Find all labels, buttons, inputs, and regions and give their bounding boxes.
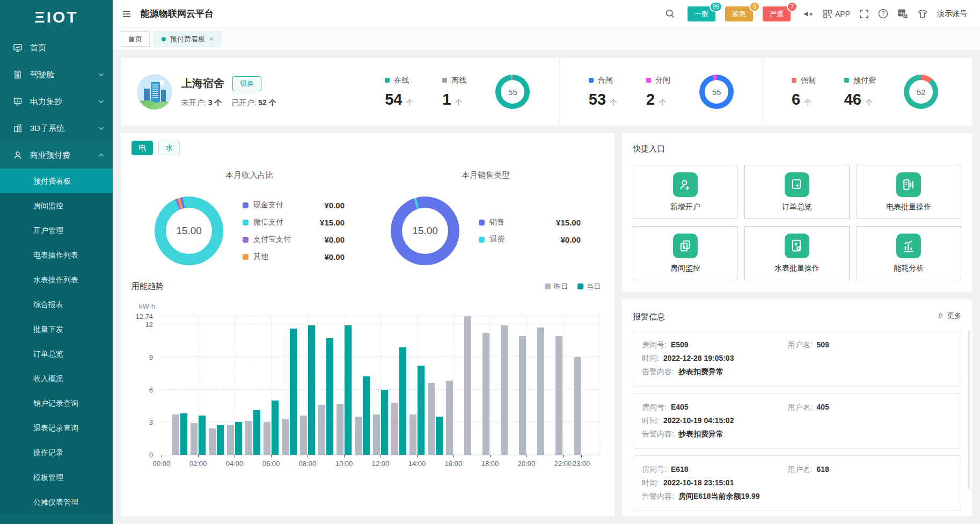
sidebar-subitem-预付费看板[interactable]: 预付费看板 [0, 169, 113, 193]
sidebar-subitem-操作记录[interactable]: 操作记录 [0, 440, 113, 465]
energy-type-tabs: 电 水 [131, 141, 604, 155]
fullscreen-icon[interactable] [859, 9, 869, 19]
account-name[interactable]: 演示账号 [937, 9, 967, 19]
status-item-在线: 在线54 个 [385, 76, 413, 108]
sidebar-item-首页[interactable]: 首页 [0, 34, 113, 61]
main-column: 能源物联网云平台 一般99紧急0严重7 APP ? [113, 0, 980, 524]
sales-pie-legend: 销售¥15.00退费¥0.00 [479, 217, 581, 244]
sidebar-subitem-退表记录查询[interactable]: 退表记录查询 [0, 416, 113, 440]
alarm-more-link[interactable]: 更多 [937, 311, 961, 321]
quick-entry-水表批量操作[interactable]: 水表批量操作 [744, 226, 849, 280]
alarm-user-value: 618 [817, 465, 829, 475]
sidebar-subitem-收入概况[interactable]: 收入概况 [0, 366, 113, 391]
bar-group-6 [263, 316, 279, 455]
quick-entry-房间监控[interactable]: 房间监控 [633, 226, 737, 280]
trend-legend-当日[interactable]: 当日 [577, 282, 601, 292]
alarm-item-2[interactable]: 房间号:E405用户名:405时间:2022-10-19 04:15:02告警内… [633, 393, 961, 449]
trend-legend-昨日[interactable]: 昨日 [545, 282, 568, 292]
app-download[interactable]: APP [823, 9, 850, 19]
alarm-item-3[interactable]: 房间号:E618用户名:618时间:2022-10-18 23:15:01告警内… [633, 455, 961, 511]
tab-electricity[interactable]: 电 [131, 141, 153, 155]
sidebar-subitem-模板管理[interactable]: 模板管理 [0, 465, 113, 490]
sidebar-subitem-综合报表[interactable]: 综合报表 [0, 292, 113, 317]
sidebar-item-3D子系统[interactable]: 3D子系统 [0, 115, 113, 142]
translate-icon[interactable]: 中A [897, 9, 908, 19]
cockpit-icon [13, 69, 24, 80]
alarm-row: 告警内容:抄表扣费异常 [642, 367, 952, 377]
sidebar-nav: 首页驾驶舱电力集抄3D子系统商业预付费预付费看板房间监控开户管理电表操作列表水表… [0, 34, 113, 514]
menu-collapse-icon[interactable] [121, 9, 132, 19]
sidebar-item-商业预付费[interactable]: 商业预付费 [0, 142, 113, 169]
quick-entry-新增开户[interactable]: 新增开户 [633, 165, 737, 219]
help-icon[interactable]: ? [878, 9, 888, 19]
bar-昨日 [574, 357, 581, 455]
status-dot-icon [385, 78, 390, 83]
bar-当日 [308, 325, 315, 455]
alert-badge-紧急[interactable]: 紧急0 [725, 6, 753, 21]
theme-shirt-icon[interactable] [917, 9, 928, 19]
sidebar-subitem-公摊仪表管理[interactable]: 公摊仪表管理 [0, 490, 113, 514]
quick-entry-label: 水表批量操作 [774, 264, 820, 273]
status-unit: 个 [608, 98, 617, 106]
sales-pie-chart: 15.00 [391, 196, 459, 265]
income-pie-legend: 现金支付¥0.00微信支付¥15.00支付宝支付¥0.00其他¥0.00 [243, 200, 345, 261]
bar-当日 [326, 338, 333, 455]
alarm-row: 时间:2022-10-18 23:15:01 [642, 478, 952, 488]
account-count-label: 未开户: [181, 98, 208, 107]
alert-badge-严重[interactable]: 严重7 [763, 6, 791, 21]
bar-group-23 [573, 316, 589, 455]
close-tab-icon[interactable]: × [209, 35, 214, 43]
account-count-value: 3 个 [208, 98, 222, 107]
sidebar-subitem-水表操作列表[interactable]: 水表操作列表 [0, 267, 113, 292]
alarm-row: 房间号:E509用户名:509 [642, 340, 952, 350]
sidebar-subitem-批量下发[interactable]: 批量下发 [0, 317, 113, 341]
x-axis-tick: 14:00 [408, 460, 426, 468]
status-label-text: 离线 [451, 76, 466, 85]
status-item-合闸: 合闸53 个 [589, 76, 617, 108]
status-dot-icon [646, 78, 651, 83]
alert-badge-一般[interactable]: 一般99 [688, 6, 715, 21]
quick-entry-电表批量操作[interactable]: 电表批量操作 [857, 165, 961, 219]
bar-group-21 [537, 316, 553, 455]
sidebar-subitem-电表操作列表[interactable]: 电表操作列表 [0, 243, 113, 267]
status-value: 6 个 [792, 91, 816, 108]
mute-icon[interactable] [803, 9, 814, 19]
sidebar-item-电力集抄[interactable]: 电力集抄 [0, 88, 113, 115]
energy-trend-chart: kW·h 03691212.74 00:0002:0004:0006:0008:… [131, 316, 604, 481]
bar-昨日 [337, 404, 343, 455]
sidebar-subitem-订单总览[interactable]: 订单总览 [0, 341, 113, 366]
v-gridline [599, 316, 600, 455]
sidebar-subitem-房间监控[interactable]: 房间监控 [0, 193, 113, 218]
status-group-0: 在线54 个离线1 个55 [356, 58, 559, 126]
status-value: 1 个 [442, 91, 466, 108]
bar-当日 [290, 329, 297, 455]
tab-water[interactable]: 水 [158, 141, 180, 155]
alarm-scrollbar[interactable] [968, 330, 970, 489]
status-dot-icon [792, 78, 796, 83]
alarm-time-label: 时间: [642, 478, 659, 488]
alert-count-badge: 0 [749, 2, 760, 12]
tab-home[interactable]: 首页 [121, 31, 150, 47]
sidebar-item-驾驶舱[interactable]: 驾驶舱 [0, 61, 113, 88]
energy-analysis-icon [896, 234, 921, 258]
bar-group-7 [281, 316, 297, 455]
quick-entry-订单总览[interactable]: 订单总览 [744, 165, 849, 219]
sidebar-subitem-销户记录查询[interactable]: 销户记录查询 [0, 391, 113, 416]
search-icon[interactable] [665, 9, 675, 19]
sidebar-subitem-开户管理[interactable]: 开户管理 [0, 218, 113, 243]
switch-site-button[interactable]: 切换 [232, 76, 261, 91]
bar-当日 [199, 416, 206, 455]
status-label: 离线 [442, 76, 466, 85]
bar-昨日 [318, 405, 325, 455]
room-monitor-icon [673, 234, 698, 258]
alarm-room-field: 房间号:E405 [642, 403, 788, 412]
legend-swatch-icon [243, 254, 248, 260]
pie-section: 本月收入占比 15.00 现金支付¥0.00微信支付¥15.00支付宝支付¥0.… [131, 164, 604, 265]
quick-entry-能耗分析[interactable]: 能耗分析 [857, 226, 961, 280]
bar-昨日 [264, 422, 270, 455]
alarm-room-value: E618 [671, 465, 689, 475]
tab-prepaid-dashboard[interactable]: 预付费看板 × [154, 31, 221, 47]
alarm-item-1[interactable]: 房间号:E509用户名:509时间:2022-12-28 19:05:03告警内… [633, 331, 961, 387]
status-group-2: 强制6 个预付费46 个52 [763, 58, 967, 126]
dashboard-row: 电 水 本月收入占比 15.00 现金支付¥0.00微信支付¥15.00支付宝支… [121, 133, 972, 516]
